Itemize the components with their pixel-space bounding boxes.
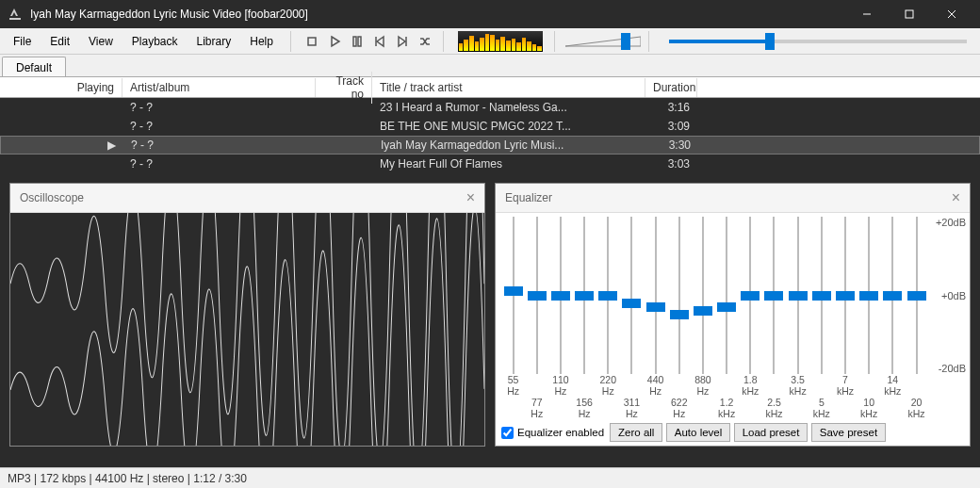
eq-freq-label	[644, 397, 667, 419]
eq-band-slider[interactable]	[881, 217, 905, 374]
eq-freq-label	[596, 397, 620, 419]
eq-freq-label	[691, 397, 714, 419]
close-icon[interactable]: ×	[952, 189, 960, 206]
svg-rect-7	[358, 37, 361, 46]
eq-band-slider[interactable]	[525, 217, 548, 374]
close-icon[interactable]: ×	[466, 189, 475, 206]
prev-button[interactable]	[369, 31, 390, 52]
equalizer-panel: Equalizer × +20dB +0dB -20dB 55 Hz110 Hz…	[495, 183, 971, 447]
track-artist: ? - ?	[122, 155, 316, 172]
spectrum-visualizer[interactable]	[458, 31, 543, 52]
eq-band-slider[interactable]	[833, 217, 857, 374]
eq-freq-label	[715, 374, 739, 397]
playing-indicator	[0, 124, 122, 128]
track-title: My Heart Full Of Flames	[372, 155, 645, 172]
col-duration[interactable]: Duration	[645, 78, 697, 97]
track-artist: ? - ?	[123, 137, 317, 154]
eq-band-slider[interactable]	[715, 217, 739, 374]
svg-rect-6	[353, 37, 356, 46]
eq-band-slider[interactable]	[762, 217, 786, 374]
eq-load-preset-button[interactable]: Load preset	[734, 423, 808, 442]
svg-rect-4	[308, 38, 316, 45]
track-row[interactable]: ? - ?23 I Heard a Rumor - Nameless Ga...…	[0, 98, 980, 117]
eq-freq-label	[525, 374, 548, 397]
eq-freq-label: 880 Hz	[691, 374, 714, 397]
eq-band-slider[interactable]	[644, 217, 667, 374]
maximize-button[interactable]	[888, 0, 930, 28]
track-duration: 3:16	[645, 99, 697, 116]
eq-band-slider[interactable]	[858, 217, 881, 374]
eq-band-slider[interactable]	[501, 217, 525, 374]
track-row[interactable]: ▶? - ?Iyah May Karmageddon Lyric Musi...…	[0, 136, 980, 155]
eq-freq-label: 5 kHz	[809, 397, 833, 419]
eq-freq-label: 622 Hz	[667, 397, 691, 419]
toolbar-separator	[290, 31, 294, 52]
eq-freq-label: 7 kHz	[833, 374, 857, 397]
menu-view[interactable]: View	[79, 31, 122, 52]
eq-band-slider[interactable]	[667, 217, 691, 374]
eq-sliders: +20dB +0dB -20dB	[501, 217, 964, 374]
eq-freq-label	[762, 374, 786, 397]
eq-band-slider[interactable]	[596, 217, 620, 374]
svg-rect-1	[906, 10, 913, 18]
eq-freq-label	[809, 374, 833, 397]
eq-zero-all-button[interactable]: Zero all	[610, 423, 662, 442]
toolbar: FileEditViewPlaybackLibraryHelp	[0, 28, 980, 55]
track-artist: ? - ?	[122, 118, 316, 135]
menu-help[interactable]: Help	[240, 31, 283, 52]
menu-edit[interactable]: Edit	[41, 31, 79, 52]
eq-band-slider[interactable]	[809, 217, 833, 374]
oscilloscope-title: Oscilloscope	[20, 191, 466, 204]
play-button[interactable]	[324, 31, 345, 52]
eq-band-slider[interactable]	[905, 217, 928, 374]
track-row[interactable]: ? - ?BE THE ONE MUSIC PMGC 2022 T...3:09	[0, 117, 980, 136]
seek-slider[interactable]	[669, 31, 967, 52]
playing-indicator	[0, 162, 122, 166]
random-button[interactable]	[415, 31, 435, 52]
eq-freq-label	[667, 374, 691, 397]
eq-freq-label	[501, 397, 525, 419]
volume-slider[interactable]	[565, 31, 641, 52]
eq-freq-label: 14 kHz	[881, 374, 905, 397]
window-title: Iyah May Karmageddon Lyric Music Video […	[30, 8, 845, 21]
track-no	[316, 162, 372, 166]
tab-default[interactable]: Default	[2, 57, 66, 76]
eq-band-slider[interactable]	[786, 217, 809, 374]
col-playing[interactable]: Playing	[0, 78, 122, 97]
eq-band-slider[interactable]	[620, 217, 644, 374]
minimize-button[interactable]	[845, 0, 888, 28]
eq-band-slider[interactable]	[573, 217, 596, 374]
close-button[interactable]	[930, 0, 972, 28]
track-no	[316, 124, 372, 128]
menu-file[interactable]: File	[4, 31, 41, 52]
col-artist[interactable]: Artist/album	[122, 78, 316, 97]
playing-indicator: ▶	[1, 137, 123, 154]
pause-button[interactable]	[347, 31, 368, 52]
eq-auto-level-button[interactable]: Auto level	[666, 423, 731, 442]
track-row[interactable]: ? - ?My Heart Full Of Flames3:03	[0, 155, 980, 173]
eq-band-slider[interactable]	[548, 217, 572, 374]
menu-playback[interactable]: Playback	[122, 31, 188, 52]
track-no	[316, 106, 372, 109]
next-button[interactable]	[392, 31, 413, 52]
eq-freq-label	[548, 397, 572, 419]
eq-freq-label: 440 Hz	[644, 374, 667, 397]
playlist[interactable]: ? - ?23 I Heard a Rumor - Nameless Ga...…	[0, 98, 980, 173]
menu-library[interactable]: Library	[188, 31, 241, 52]
track-duration: 3:03	[645, 155, 697, 172]
eq-enable-checkbox[interactable]: Equalizer enabled	[501, 427, 604, 439]
col-title[interactable]: Title / track artist	[372, 78, 645, 97]
stop-button[interactable]	[302, 31, 322, 52]
eq-freq-label: 55 Hz	[501, 374, 525, 397]
oscilloscope-display	[10, 213, 484, 446]
eq-freq-label: 20 kHz	[905, 397, 928, 419]
eq-freq-label	[881, 397, 905, 419]
col-trackno[interactable]: Track no	[316, 72, 372, 104]
eq-freq-label: 156 Hz	[573, 397, 596, 419]
eq-band-slider[interactable]	[691, 217, 714, 374]
eq-save-preset-button[interactable]: Save preset	[811, 423, 886, 442]
app-icon	[8, 7, 23, 22]
eq-band-slider[interactable]	[739, 217, 762, 374]
track-duration: 3:30	[646, 137, 698, 154]
panels-area: Oscilloscope × Equalizer × +20dB +0dB -2…	[0, 173, 980, 456]
